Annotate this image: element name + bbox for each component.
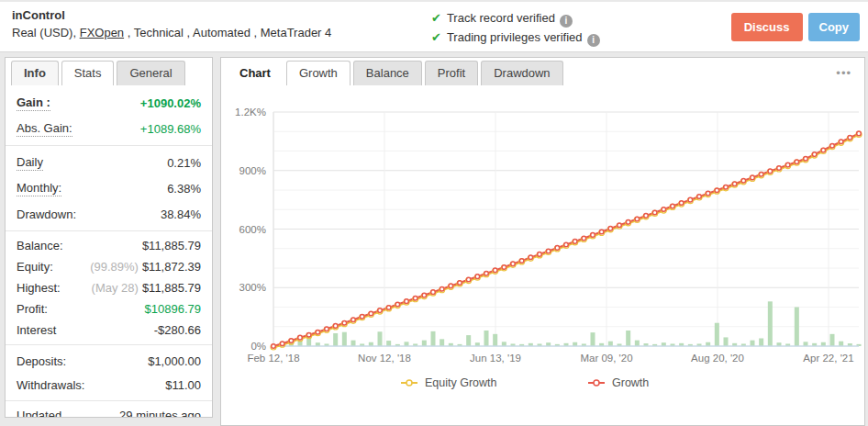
equity-percent: (99.89%): [90, 260, 139, 274]
divider: [6, 344, 212, 345]
stat-row-drawdown: Drawdown: 38.84%: [6, 201, 212, 227]
check-icon: ✔: [431, 11, 441, 25]
stat-row-abs-gain: Abs. Gain: +1089.68%: [6, 116, 212, 141]
growth-chart-canvas[interactable]: 0%300%600%900%1.2K%Feb 12, '18Nov 12, '1…: [221, 86, 864, 426]
divider: [6, 145, 212, 146]
broker-link[interactable]: FXOpen: [80, 26, 124, 39]
copy-button[interactable]: Copy: [808, 13, 861, 41]
svg-text:Jun 13, '19: Jun 13, '19: [470, 353, 521, 364]
svg-text:900%: 900%: [239, 165, 266, 176]
check-icon: ✔: [431, 30, 441, 44]
divider: [6, 230, 212, 231]
panel-menu-button[interactable]: •••: [823, 62, 864, 85]
stat-row-daily: Daily 0.21%: [6, 150, 212, 175]
svg-text:Equity Growth: Equity Growth: [425, 376, 497, 389]
account-attributes: , Technical , Automated , MetaTrader 4: [124, 26, 331, 39]
account-title: inControl: [12, 8, 65, 22]
stat-row-highest: Highest: (May 28)$11,885.79: [6, 277, 212, 298]
trading-privileges-verified-row: ✔Trading privileges verifiedi: [431, 28, 600, 47]
discuss-button[interactable]: Discuss: [731, 13, 803, 41]
chart-panel-tabs: Chart Growth Balance Profit Drawdown •••: [221, 58, 864, 85]
account-subtitle: Real (USD), FXOpen , Technical , Automat…: [12, 26, 331, 39]
stat-row-gain: Gain : +1090.02%: [6, 90, 212, 116]
svg-text:1.2K%: 1.2K%: [235, 106, 266, 118]
tab-info[interactable]: Info: [11, 61, 59, 85]
svg-text:600%: 600%: [239, 224, 266, 235]
account-type: Real (USD),: [12, 26, 80, 39]
chart-panel: Chart Growth Balance Profit Drawdown •••…: [220, 57, 865, 426]
svg-text:0%: 0%: [250, 341, 266, 352]
tab-chart[interactable]: Chart: [227, 61, 284, 85]
stats-table: Gain : +1090.02% Abs. Gain: +1089.68% Da…: [6, 85, 212, 418]
stat-row-profit: Profit: $10896.79: [6, 298, 212, 320]
tab-growth[interactable]: Growth: [286, 61, 351, 85]
stat-row-monthly: Monthly: 6.38%: [6, 175, 212, 201]
divider: [6, 400, 212, 401]
tab-stats[interactable]: Stats: [61, 61, 115, 85]
svg-text:Feb 12, '18: Feb 12, '18: [247, 353, 299, 364]
stat-row-balance: Balance: $11,885.79: [6, 235, 212, 256]
svg-text:300%: 300%: [239, 282, 266, 293]
header-actions: DiscussCopy: [731, 13, 860, 41]
stat-row-interest: Interest -$280.66: [6, 320, 212, 341]
track-record-verified-label: Track record verified: [447, 11, 555, 25]
verification-block: ✔Track record verifiedi ✔Trading privile…: [431, 8, 600, 47]
tab-balance[interactable]: Balance: [353, 61, 422, 85]
info-icon[interactable]: i: [587, 34, 600, 47]
stat-row-deposits: Deposits: $1,000.00: [6, 349, 212, 373]
tab-general[interactable]: General: [117, 61, 184, 85]
svg-text:Mar 09, '20: Mar 09, '20: [580, 353, 632, 364]
account-header: inControl Real (USD), FXOpen , Technical…: [0, 2, 868, 52]
svg-text:Apr 22, '21: Apr 22, '21: [803, 353, 853, 364]
svg-text:Growth: Growth: [612, 376, 649, 389]
stat-row-equity: Equity: (99.89%)$11,872.39: [6, 256, 212, 277]
track-record-verified-row: ✔Track record verifiedi: [431, 8, 600, 28]
stat-row-updated: Updated 29 minutes ago: [6, 405, 212, 418]
tab-profit[interactable]: Profit: [425, 61, 478, 85]
stats-panel: Info Stats General Gain : +1090.02% Abs.…: [5, 57, 213, 418]
highest-date: (May 28): [92, 281, 139, 295]
svg-text:Aug 20, '20: Aug 20, '20: [691, 353, 744, 364]
info-icon[interactable]: i: [560, 15, 573, 28]
stat-row-withdrawals: Withdrawals: $11.00: [6, 373, 212, 397]
stats-panel-tabs: Info Stats General: [6, 58, 212, 85]
svg-text:Nov 12, '18: Nov 12, '18: [358, 353, 411, 364]
tab-drawdown[interactable]: Drawdown: [481, 61, 562, 85]
trading-privileges-verified-label: Trading privileges verified: [447, 30, 583, 44]
